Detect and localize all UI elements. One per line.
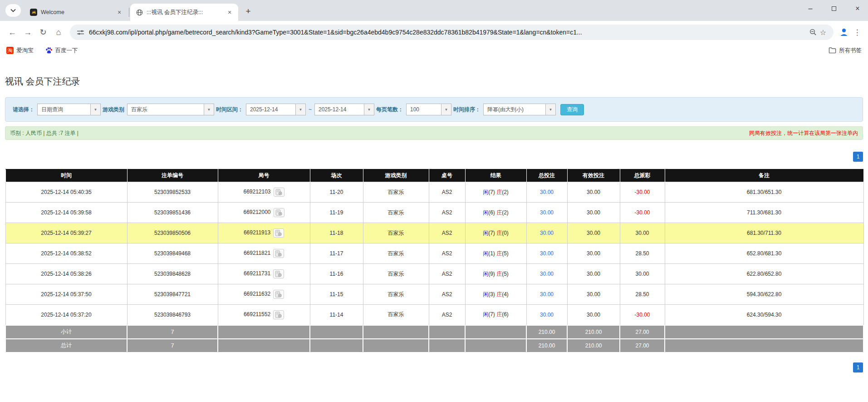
cell-round-id: 669212103	[218, 182, 310, 203]
result-player-value: (1)	[488, 250, 496, 257]
cell-session: 11-16	[310, 264, 363, 284]
cell-round-id: 669212000	[218, 203, 310, 223]
query-button[interactable]: 查询	[560, 104, 584, 115]
tab-title: Welcome	[41, 9, 112, 15]
bookmark-baidu[interactable]: 百度一下	[45, 47, 78, 55]
sort-select[interactable]: 降幂(由大到小)▼	[483, 104, 556, 115]
table-row: 2025-12-14 05:38:26523039848628669211731…	[5, 264, 863, 284]
page-title: 视讯 会员下注纪录	[5, 75, 868, 88]
bet-amount-link[interactable]: 30.00	[540, 209, 554, 216]
bet-amount-link[interactable]: 30.00	[540, 189, 554, 195]
bet-amount-link[interactable]: 30.00	[540, 312, 554, 318]
cell-bet-id: 523039852533	[127, 182, 218, 203]
cell-remark: 681.30/651.30	[665, 182, 863, 203]
result-banker-value: (6)	[502, 311, 509, 318]
tab-search-button[interactable]	[5, 4, 21, 17]
video-record-icon[interactable]	[273, 249, 284, 258]
minimize-button[interactable]: –	[804, 2, 817, 15]
bookmark-label: 百度一下	[55, 47, 78, 55]
cell-time: 2025-12-14 05:38:52	[5, 243, 127, 264]
cell-round-id: 669211913	[218, 223, 310, 243]
column-header: 游戏类别	[363, 169, 429, 182]
bet-amount-link[interactable]: 30.00	[540, 271, 554, 277]
tab-betrecord[interactable]: :::视讯 会员下注纪录::: ×	[130, 4, 238, 21]
cell-bet-id: 523039851436	[127, 203, 218, 223]
reload-button[interactable]: ↻	[35, 25, 51, 40]
tab-close-icon[interactable]: ×	[226, 8, 234, 16]
maximize-button[interactable]	[827, 2, 841, 15]
zoom-icon[interactable]	[808, 27, 818, 37]
bet-amount-link[interactable]: 30.00	[540, 230, 554, 236]
column-header: 时间	[5, 169, 127, 182]
cell-valid-bet: 30.00	[567, 264, 620, 284]
date-from-input[interactable]: 2025-12-14▼	[246, 104, 306, 115]
round-id-text: 669211913	[244, 229, 270, 236]
summary-valid-bet: 210.00	[567, 325, 620, 339]
globe-icon	[136, 9, 143, 16]
back-button[interactable]: ←	[5, 25, 20, 40]
column-header: 总投注	[526, 169, 567, 182]
cell-table-no: AS2	[429, 223, 465, 243]
cell-time: 2025-12-14 05:37:20	[5, 305, 127, 325]
tab-close-icon[interactable]: ×	[115, 8, 123, 16]
cell-table-no	[429, 339, 465, 352]
cell-session: 11-14	[310, 305, 363, 325]
video-record-icon[interactable]	[273, 310, 284, 319]
forward-button[interactable]: →	[20, 25, 35, 40]
cell-game-type	[363, 325, 429, 339]
all-bookmarks-button[interactable]: 所有书签	[829, 47, 862, 55]
cell-game-type: 百家乐	[363, 182, 429, 203]
page-number-button[interactable]: 1	[853, 152, 863, 162]
result-player-value: (7)	[488, 230, 496, 236]
video-record-icon[interactable]	[273, 228, 284, 238]
game-type-label: 游戏类别	[103, 106, 124, 114]
result-banker-value: (5)	[502, 250, 509, 257]
result-banker-label: 庄	[496, 311, 502, 318]
result-banker-value: (0)	[502, 230, 509, 236]
game-type-select[interactable]: 百家乐▼	[127, 104, 214, 115]
cell-remark	[665, 339, 863, 352]
home-button[interactable]: ⌂	[51, 25, 66, 40]
site-settings-icon[interactable]	[75, 27, 85, 37]
result-banker-label: 庄	[496, 230, 502, 236]
page-size-select[interactable]: 100▼	[406, 104, 451, 115]
cell-total-bet: 30.00	[526, 284, 567, 305]
query-mode-select[interactable]: 日期查询▼	[37, 104, 101, 115]
tab-welcome[interactable]: Welcome ×	[25, 4, 128, 21]
cell-bet-id: 523039850506	[127, 223, 218, 243]
profile-avatar-icon[interactable]	[837, 25, 851, 39]
result-banker-label: 庄	[496, 250, 502, 257]
browser-menu-icon[interactable]: ⋮	[851, 26, 863, 39]
cell-total-bet: 30.00	[526, 243, 567, 264]
video-record-icon[interactable]	[274, 208, 284, 217]
chevron-down-icon: ▼	[545, 104, 555, 115]
chevron-down-icon: ▼	[90, 104, 100, 115]
cell-time: 2025-12-14 05:37:50	[5, 284, 127, 305]
folder-icon	[829, 47, 836, 54]
bookmark-aitaobao[interactable]: 淘 爱淘宝	[6, 47, 34, 55]
summary-payout: 27.00	[620, 325, 665, 339]
cell-result: 闲(6) 庄(2)	[465, 203, 526, 223]
cell-round-id	[218, 325, 310, 339]
video-record-icon[interactable]	[273, 290, 284, 299]
cell-valid-bet: 30.00	[567, 305, 620, 325]
bet-amount-link[interactable]: 30.00	[540, 291, 554, 298]
new-tab-button[interactable]: +	[242, 5, 255, 18]
url-bar[interactable]: 66cxkj98.com/ipl/portal.php/game/betreco…	[70, 25, 834, 40]
result-banker-label: 庄	[496, 189, 502, 195]
select-label: 请选择：	[13, 106, 34, 114]
column-header: 场次	[310, 169, 363, 182]
result-banker-label: 庄	[496, 271, 502, 277]
round-id-text: 669211821	[244, 250, 270, 256]
page-number-button[interactable]: 1	[853, 362, 863, 372]
bookmark-star-icon[interactable]: ☆	[818, 27, 828, 37]
video-record-icon[interactable]	[274, 188, 284, 197]
cell-table-no: AS2	[429, 203, 465, 223]
date-to-input[interactable]: 2025-12-14▼	[314, 104, 374, 115]
result-banker-value: (2)	[502, 189, 509, 195]
close-button[interactable]: ×	[851, 2, 864, 15]
video-record-icon[interactable]	[273, 269, 284, 278]
cell-game-type: 百家乐	[363, 223, 429, 243]
result-banker-value: (5)	[502, 271, 509, 277]
bet-amount-link[interactable]: 30.00	[540, 250, 554, 257]
